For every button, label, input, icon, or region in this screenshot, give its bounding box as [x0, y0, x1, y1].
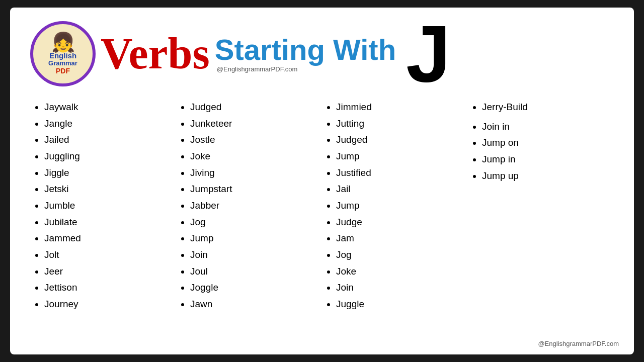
title-row: Verbs Starting With @EnglishgrammarPDF.c…: [101, 18, 614, 90]
list-item: Jiving: [190, 165, 317, 182]
list-item: Jerry-Build: [482, 99, 609, 116]
column-1: Jaywalk Jangle Jailed Juggling Jiggle Je…: [30, 99, 176, 344]
list-item: Journey: [44, 296, 171, 313]
list-item: Judged: [190, 99, 317, 116]
column-4: Jerry-Build Join in Jump on Jump in Jump…: [468, 99, 614, 344]
list-item: Jiggle: [44, 165, 171, 182]
list-item: Jam: [336, 230, 463, 247]
list-item: Joke: [190, 148, 317, 165]
list-item: Jumble: [44, 198, 171, 214]
list-item: Jump up: [482, 168, 609, 185]
list-item: Jump on: [482, 135, 609, 151]
list-item: Jaywalk: [44, 99, 171, 116]
logo-text: English Grammar PDF: [48, 52, 77, 75]
list-item: Jeer: [44, 263, 171, 280]
big-letter-j: J: [406, 18, 451, 90]
list-item: Join: [336, 280, 463, 296]
list-1: Jaywalk Jangle Jailed Juggling Jiggle Je…: [35, 99, 171, 313]
logo-figure: 👧: [51, 33, 75, 52]
logo-english: English: [48, 52, 77, 60]
footer-website: @EnglishgrammarPDF.com: [538, 340, 619, 347]
starting-with-title: Starting With: [215, 35, 396, 64]
content-area: Jaywalk Jangle Jailed Juggling Jiggle Je…: [30, 99, 614, 344]
list-item: Jabber: [190, 198, 317, 214]
list-item: Joke: [336, 263, 463, 280]
list-item: Joggle: [190, 280, 317, 296]
list-item: Jutting: [336, 116, 463, 132]
list-item: Jangle: [44, 116, 171, 132]
list-item: Jimmied: [336, 99, 463, 116]
list-item: Join in: [482, 119, 609, 135]
list-item: Jumpstart: [190, 181, 317, 198]
list-item: Jubilate: [44, 214, 171, 231]
list-item: Jog: [190, 214, 317, 231]
column-2: Judged Junketeer Jostle Joke Jiving Jump…: [176, 99, 322, 344]
main-card: 👧 English Grammar PDF Verbs Starting Wit…: [10, 8, 634, 354]
list-item: Jailed: [44, 132, 171, 148]
list-item: Jog: [336, 247, 463, 263]
header-website: @EnglishgrammarPDF.com: [217, 65, 396, 73]
list-item: Justified: [336, 165, 463, 182]
list-item: Junketeer: [190, 116, 317, 132]
list-item: Juggling: [44, 148, 171, 165]
logo: 👧 English Grammar PDF: [30, 21, 96, 86]
list-item: Jail: [336, 181, 463, 198]
title-area: Verbs Starting With @EnglishgrammarPDF.c…: [101, 18, 614, 90]
list-item: Jammed: [44, 230, 171, 247]
list-item: Jump in: [482, 151, 609, 168]
list-item: Jolt: [44, 247, 171, 263]
header: 👧 English Grammar PDF Verbs Starting Wit…: [30, 18, 614, 90]
list-item: Jump: [190, 230, 317, 247]
list-item: Join: [190, 247, 317, 263]
list-2: Judged Junketeer Jostle Joke Jiving Jump…: [181, 99, 317, 313]
list-item: Joul: [190, 263, 317, 280]
list-3: Jimmied Jutting Judged Jump Justified Ja…: [327, 99, 463, 313]
list-item: Jostle: [190, 132, 317, 148]
list-item: Judged: [336, 132, 463, 148]
list-item: Jetski: [44, 181, 171, 198]
list-item: Jump: [336, 198, 463, 214]
list-item: Jettison: [44, 280, 171, 296]
list-item: Jawn: [190, 296, 317, 313]
list-item: Juggle: [336, 296, 463, 313]
logo-pdf: PDF: [48, 67, 77, 75]
list-4: Jerry-Build Join in Jump on Jump in Jump…: [473, 99, 609, 184]
logo-grammar: Grammar: [48, 60, 77, 67]
verbs-title: Verbs: [101, 32, 210, 76]
list-item: Judge: [336, 214, 463, 231]
list-item: Jump: [336, 148, 463, 165]
column-3: Jimmied Jutting Judged Jump Justified Ja…: [322, 99, 468, 344]
